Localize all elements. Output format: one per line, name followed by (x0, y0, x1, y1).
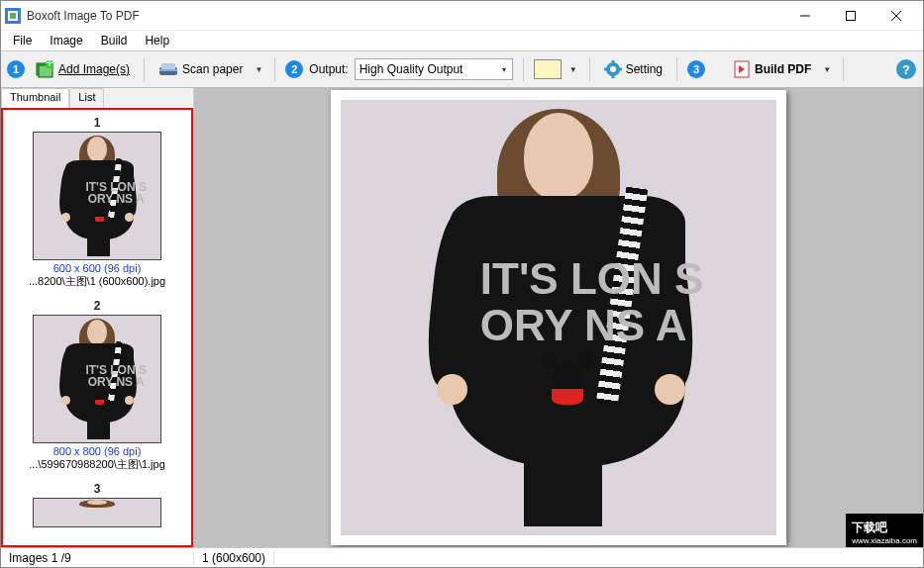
thumb-dimensions: 800 x 800 (96 dpi) (7, 445, 187, 457)
thumbnail-item[interactable]: 1 IT'S LON S ORY NS A 600 x 600 (96 dpi)… (7, 114, 187, 289)
output-value: High Quality Output (359, 62, 463, 76)
thumb-filepath: ...8200\主图\1 (600x600).jpg (7, 274, 187, 289)
add-images-button[interactable]: + Add Image(s) (31, 57, 134, 81)
preview-page[interactable]: IT'S LON S ORY NS A (331, 90, 786, 545)
status-image-count: Images 1 /9 (1, 551, 194, 565)
setting-button[interactable]: Setting (600, 58, 667, 80)
step-2-badge: 2 (285, 60, 303, 78)
panel-tabs: Thumbnail List (1, 88, 193, 108)
scanner-icon (158, 61, 178, 77)
add-images-label: Add Image(s) (58, 62, 130, 76)
thumbnail-container: 1 IT'S LON S ORY NS A 600 x 600 (96 dpi)… (1, 108, 193, 547)
svg-text:+: + (46, 59, 52, 70)
svg-rect-4 (847, 11, 856, 20)
thumbnail-item[interactable]: 3 (7, 480, 187, 527)
close-button[interactable] (873, 1, 919, 31)
svg-rect-12 (161, 63, 175, 69)
menubar: File Image Build Help (1, 31, 923, 50)
separator (589, 57, 590, 81)
minimize-button[interactable] (782, 1, 828, 31)
help-icon[interactable]: ? (895, 58, 917, 80)
separator (676, 57, 677, 81)
thumb-number: 3 (7, 480, 187, 498)
gear-icon (604, 60, 622, 78)
add-images-icon: + (35, 59, 54, 79)
tab-list[interactable]: List (69, 88, 104, 108)
svg-rect-2 (10, 13, 16, 19)
toolbar: 1 + Add Image(s) Scan paper ▼ 2 Output: … (1, 50, 923, 88)
thumb-image: IT'S LON S ORY NS A (33, 315, 161, 443)
separator (843, 57, 844, 81)
titlebar: Boxoft Image To PDF (1, 1, 923, 31)
step-3-badge: 3 (687, 60, 705, 78)
maximize-button[interactable] (828, 1, 873, 31)
preview-area: IT'S LON S ORY NS A 下载吧 www.xiazaiba.com (194, 88, 923, 547)
status-preview-name: 1 (600x600) (194, 551, 274, 565)
background-color-swatch[interactable] (534, 59, 562, 79)
thumb-image (33, 498, 161, 527)
scan-paper-button[interactable]: Scan paper (154, 59, 247, 79)
output-label: Output: (309, 62, 348, 76)
pdf-icon (733, 60, 751, 78)
thumb-number: 1 (7, 114, 187, 132)
build-pdf-button[interactable]: Build PDF (729, 58, 815, 80)
setting-label: Setting (626, 62, 663, 76)
window-title: Boxoft Image To PDF (27, 9, 782, 23)
output-select[interactable]: High Quality Output ▾ (355, 58, 513, 80)
scan-dropdown-arrow[interactable]: ▼ (253, 65, 264, 74)
menu-image[interactable]: Image (42, 32, 90, 49)
menu-build[interactable]: Build (93, 32, 136, 49)
separator (144, 57, 145, 81)
menu-help[interactable]: Help (137, 32, 177, 49)
thumbnail-item[interactable]: 2 IT'S LON S ORY NS A 800 x 800 (96 dpi)… (7, 297, 187, 472)
separator (274, 57, 275, 81)
tab-thumbnail[interactable]: Thumbnail (1, 88, 69, 108)
step-1-badge: 1 (7, 60, 25, 78)
separator (523, 57, 524, 81)
output-dropdown-icon: ▾ (500, 65, 508, 74)
thumb-dimensions: 600 x 600 (96 dpi) (7, 262, 187, 274)
main-area: Thumbnail List 1 IT'S LON S ORY NS A 600… (1, 88, 923, 547)
color-dropdown-arrow[interactable]: ▼ (567, 65, 579, 74)
thumbnail-list[interactable]: 1 IT'S LON S ORY NS A 600 x 600 (96 dpi)… (3, 110, 191, 545)
scan-paper-label: Scan paper (182, 62, 243, 76)
left-panel: Thumbnail List 1 IT'S LON S ORY NS A 600… (1, 88, 194, 547)
menu-file[interactable]: File (5, 32, 40, 49)
svg-point-15 (610, 66, 616, 72)
thumb-filepath: ...\599670988200\主图\1.jpg (7, 457, 187, 472)
thumb-number: 2 (7, 297, 187, 315)
thumb-image: IT'S LON S ORY NS A (33, 132, 161, 260)
window-controls (782, 1, 919, 31)
statusbar: Images 1 /9 1 (600x600) (1, 547, 923, 567)
svg-rect-13 (159, 69, 177, 71)
app-icon (5, 8, 21, 24)
build-pdf-label: Build PDF (755, 62, 811, 76)
watermark-logo: 下载吧 www.xiazaiba.com (846, 514, 923, 547)
svg-text:?: ? (902, 63, 909, 77)
dress-text: IT'S LON S ORY NS A (480, 256, 776, 347)
build-dropdown-arrow[interactable]: ▼ (821, 65, 833, 74)
mickey-icon (541, 352, 593, 405)
